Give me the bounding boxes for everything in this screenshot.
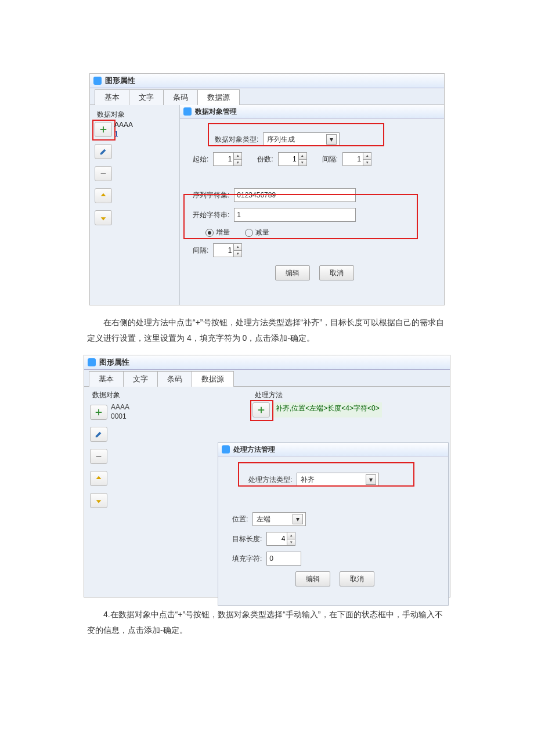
move-up-button[interactable]: [95, 188, 112, 203]
position-label: 位置:: [232, 514, 248, 524]
app-icon: [222, 445, 230, 453]
cancel-button[interactable]: 取消: [319, 265, 354, 280]
interval-label: 间隔:: [193, 246, 208, 255]
move-up-button[interactable]: [90, 471, 107, 486]
start-spinner[interactable]: ▴▾: [213, 152, 242, 166]
window-title: 图形属性: [99, 357, 129, 368]
sub-window-title: 处理方法管理: [233, 445, 275, 455]
group-title: 处理方法: [255, 390, 450, 400]
data-object-item[interactable]: AAAA 0001: [111, 402, 129, 508]
sub-window-titlebar: 处理方法管理: [218, 443, 448, 456]
move-down-button[interactable]: [95, 210, 112, 225]
tab-datasource[interactable]: 数据源: [197, 89, 240, 105]
target-length-spinner[interactable]: ▴▾: [266, 532, 295, 546]
data-object-panel: 数据对象 AAAA 1: [90, 105, 179, 305]
paragraph-1: 在右侧的处理方法中点击“+”号按钮，处理方法类型选择“补齐”，目标长度可以根据自…: [87, 315, 447, 345]
tabs: 基本 文字 条码 数据源: [84, 370, 450, 387]
tab-barcode[interactable]: 条码: [163, 89, 198, 105]
fill-char-label: 填充字符:: [232, 554, 262, 564]
add-button[interactable]: [90, 405, 107, 420]
tabs: 基本 文字 条码 数据源: [90, 88, 444, 105]
edit-button[interactable]: [95, 144, 112, 159]
delete-button[interactable]: [95, 166, 112, 181]
method-item[interactable]: 补齐,位置<左端>长度<4>字符<0>: [273, 402, 382, 417]
tab-basic[interactable]: 基本: [89, 371, 124, 387]
count-spinner[interactable]: ▴▾: [278, 152, 307, 166]
data-object-management-dialog: 数据对象管理 数据对象类型: 序列生成 ▾ 起始:: [180, 105, 444, 307]
chevron-down-icon: ▾: [293, 514, 303, 524]
fill-char-input[interactable]: 0: [266, 552, 301, 566]
edit-button[interactable]: [90, 427, 107, 442]
group-title: 数据对象: [92, 390, 252, 400]
window-title: 图形属性: [105, 75, 135, 86]
edit-confirm-button[interactable]: 编辑: [295, 571, 330, 586]
move-down-button[interactable]: [90, 493, 107, 508]
count-label: 份数:: [257, 154, 273, 164]
group-title: 数据对象: [97, 110, 177, 120]
svg-rect-1: [96, 456, 102, 457]
tab-text[interactable]: 文字: [129, 89, 164, 105]
sub-window-title: 数据对象管理: [195, 107, 237, 117]
target-length-label: 目标长度:: [232, 534, 262, 544]
start-label: 起始:: [193, 154, 208, 164]
window-titlebar: 图形属性: [90, 74, 444, 88]
sub-window-titlebar: 数据对象管理: [180, 105, 444, 118]
tab-barcode[interactable]: 条码: [157, 371, 192, 387]
figure-data-object-manager: 图形属性 基本 文字 条码 数据源 数据对象 AAAA 1: [89, 73, 445, 305]
app-icon: [183, 107, 192, 116]
paragraph-2: 4.在数据对象中点击“+”号按钮，数据对象类型选择“手动输入”，在下面的状态框中…: [87, 607, 447, 638]
gap-spinner[interactable]: ▴▾: [342, 152, 371, 166]
app-icon: [88, 358, 96, 366]
figure-processing-method: 图形属性 基本 文字 条码 数据源 数据对象: [84, 355, 450, 597]
tab-datasource[interactable]: 数据源: [192, 371, 234, 387]
interval-spinner[interactable]: ▴▾: [213, 243, 242, 257]
gap-label: 间隔:: [322, 154, 338, 164]
edit-confirm-button[interactable]: 编辑: [275, 265, 310, 280]
app-icon: [93, 77, 102, 85]
delete-button[interactable]: [90, 449, 107, 464]
window-titlebar: 图形属性: [84, 355, 450, 370]
cancel-button[interactable]: 取消: [340, 571, 374, 586]
tab-basic[interactable]: 基本: [95, 89, 129, 105]
position-combobox[interactable]: 左端 ▾: [252, 512, 306, 526]
tab-text[interactable]: 文字: [123, 371, 158, 387]
data-object-item[interactable]: AAAA 1: [114, 121, 133, 139]
svg-rect-0: [101, 173, 106, 174]
